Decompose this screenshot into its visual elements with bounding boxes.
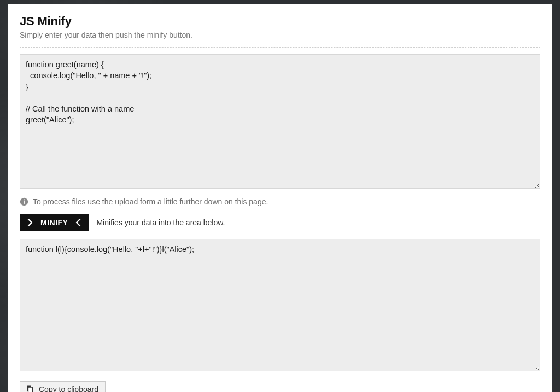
upload-hint-text: To process files use the upload form a l…: [33, 197, 268, 206]
action-description: Minifies your data into the area below.: [96, 218, 225, 227]
svg-point-2: [24, 199, 25, 200]
action-row: MINIFY Minifies your data into the area …: [20, 214, 540, 231]
output-textarea[interactable]: [20, 239, 540, 371]
info-icon: [20, 197, 28, 206]
divider: [20, 47, 540, 48]
chevron-right-icon: [27, 219, 33, 226]
minify-button[interactable]: MINIFY: [20, 214, 89, 231]
copy-to-clipboard-button[interactable]: Copy to clipboard: [20, 381, 106, 392]
page-subtitle: Simply enter your data then push the min…: [20, 31, 540, 39]
main-panel: JS Minify Simply enter your data then pu…: [8, 4, 552, 392]
page-title: JS Minify: [20, 14, 540, 28]
copy-row: Copy to clipboard: [20, 381, 540, 392]
svg-rect-4: [28, 387, 33, 392]
minify-button-label: MINIFY: [40, 218, 68, 227]
clipboard-icon: [26, 385, 33, 392]
source-input[interactable]: [20, 54, 540, 189]
svg-rect-1: [24, 201, 25, 204]
chevron-left-icon: [75, 219, 81, 226]
upload-hint: To process files use the upload form a l…: [20, 197, 540, 206]
copy-button-label: Copy to clipboard: [39, 385, 98, 392]
